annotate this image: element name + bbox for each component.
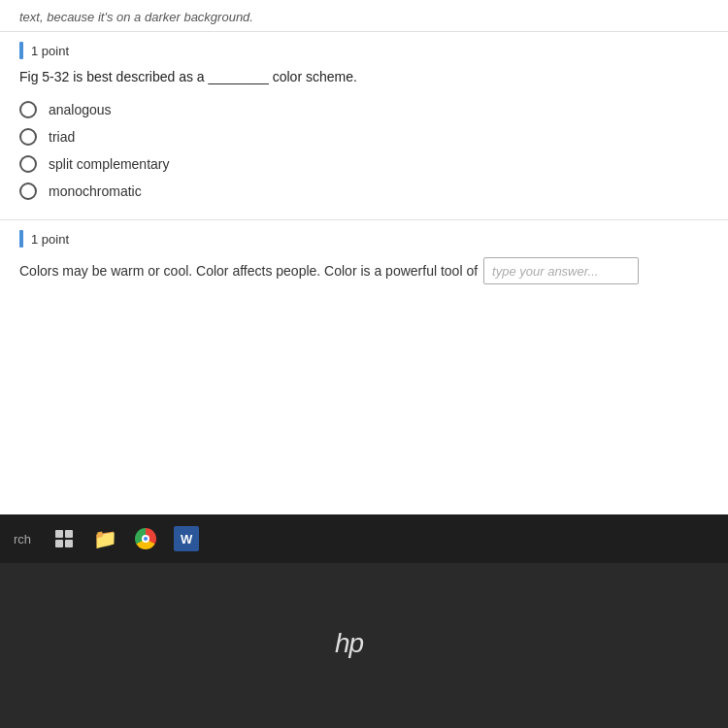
- options-list: analogous triad split complementary mono…: [19, 101, 709, 200]
- word-icon: W: [174, 526, 199, 551]
- option-label-1: analogous: [49, 102, 112, 117]
- clipped-text: text, because it's on a darker backgroun…: [19, 10, 253, 24]
- point-bar-1: [19, 42, 23, 59]
- radio-analogous[interactable]: [19, 101, 37, 118]
- point-text-1: 1 point: [31, 44, 69, 58]
- quiz-area: text, because it's on a darker backgroun…: [0, 0, 728, 514]
- screen: text, because it's on a darker backgroun…: [0, 0, 728, 728]
- folder-icon: 📁: [93, 527, 117, 550]
- grid-cell-1: [55, 530, 63, 538]
- option-label-2: triad: [49, 129, 75, 145]
- taskbar-icons: 📁 W: [45, 519, 206, 558]
- option-label-4: monochromatic: [49, 183, 142, 199]
- taskbar: rch 📁: [0, 514, 728, 563]
- grid-cell-2: [65, 530, 73, 538]
- question-2-section: 1 point Colors may be warm or cool. Colo…: [0, 220, 728, 300]
- question-1-text: Fig 5-32 is best described as a ________…: [19, 67, 709, 87]
- option-label-3: split complementary: [49, 156, 170, 172]
- point-text-2: 1 point: [31, 232, 69, 247]
- chrome-inner: [142, 535, 149, 543]
- hp-logo: hp: [335, 628, 393, 663]
- point-bar-2: [19, 230, 23, 248]
- option-2[interactable]: triad: [19, 128, 709, 146]
- taskbar-search-text[interactable]: rch: [10, 532, 31, 546]
- point-label-1: 1 point: [19, 42, 709, 59]
- question-1-section: 1 point Fig 5-32 is best described as a …: [0, 32, 728, 220]
- file-explorer-button[interactable]: 📁: [85, 519, 124, 558]
- bottom-dark-area: hp: [0, 563, 728, 728]
- answer-input[interactable]: [483, 257, 639, 284]
- radio-split-comp[interactable]: [19, 155, 37, 173]
- option-3[interactable]: split complementary: [19, 155, 709, 173]
- grid-cell-3: [55, 540, 63, 547]
- grid-cell-4: [65, 540, 73, 547]
- radio-triad[interactable]: [19, 128, 37, 146]
- point-label-2: 1 point: [19, 230, 709, 248]
- word-button[interactable]: W: [167, 519, 206, 558]
- word-label: W: [181, 532, 192, 546]
- task-view-icon: [55, 530, 73, 547]
- task-view-button[interactable]: [45, 519, 83, 558]
- top-clipped-section: text, because it's on a darker backgroun…: [0, 0, 728, 32]
- fill-in-question: Colors may be warm or cool. Color affect…: [19, 257, 709, 284]
- chrome-icon: [135, 528, 156, 549]
- option-4[interactable]: monochromatic: [19, 182, 709, 200]
- fill-in-prefix: Colors may be warm or cool. Color affect…: [19, 260, 478, 281]
- chrome-button[interactable]: [126, 519, 165, 558]
- hp-logo-text: hp: [335, 628, 363, 658]
- radio-mono[interactable]: [19, 182, 37, 200]
- option-1[interactable]: analogous: [19, 101, 709, 118]
